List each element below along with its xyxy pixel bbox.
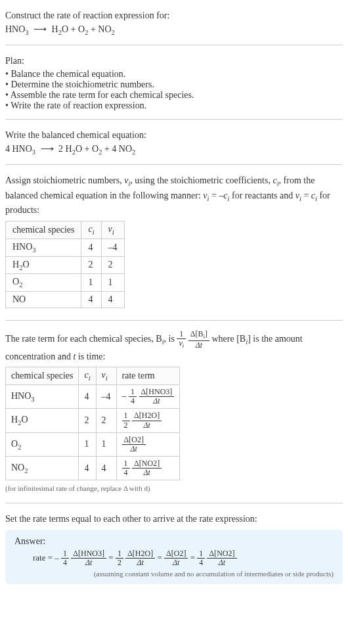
reaction-arrow: ⟶ [38,144,56,154]
table-row: HNO3 4 –4 [6,239,125,256]
balanced-no2: 4 NO [112,144,132,154]
delta-frac: Δ[HNO3]Δt [139,388,175,405]
col-nui: νi [101,221,124,239]
table-row: HNO3 4 –4 – 14 Δ[HNO3]Δt [6,384,180,408]
species-sub: 2 [18,443,21,450]
frac-den: 2 [122,421,130,430]
species-cell: O2 [6,432,79,456]
eq-text: = [301,191,311,200]
balanced-section: Write the balanced chemical equation: 4 … [5,125,343,159]
product-no2-sub: 2 [112,28,115,35]
frac-den: Δt [164,559,188,567]
col-rate: rate term [116,367,180,385]
frac-den: Δt [132,421,162,430]
coef-frac: 14 [197,549,205,567]
plus: + [88,24,98,34]
nui-cell: 2 [96,409,116,432]
equals: = [190,553,198,563]
species-tail: O [22,260,29,269]
frac-den: Δt [188,341,209,350]
frac-den: 4 [129,397,137,405]
frac-num: 1 [122,411,130,421]
nui-cell: –4 [96,384,116,408]
eq-text: = – [209,191,223,200]
frac-num: Δ[O2] [122,436,146,445]
col-species: chemical species [6,367,79,385]
species-cell: NO2 [6,457,79,480]
frac-num: Δ[Bi] [188,330,209,341]
product-h2o-tail: O [62,24,68,34]
product-h2o: H [52,24,58,34]
coef-frac: 14 [122,459,130,477]
rateterm-intro-text: The rate term for each chemical species,… [5,330,343,363]
i-sub: i [106,375,108,382]
coef-frac: 12 [116,549,123,567]
stoich-intro-text: Assign stoichiometric numbers, νi, using… [5,174,343,217]
ci-cell: 1 [79,432,96,456]
frac-num: 1 [129,388,137,397]
species-text: O [12,277,19,287]
divider [5,503,343,503]
frac-num: Δ[HNO3] [139,388,175,397]
final-section: Set the rate terms equal to each other t… [5,509,343,587]
sign: – [122,391,127,401]
divider [5,320,343,321]
i-sub: i [183,343,185,350]
intro-section: Construct the rate of reaction expressio… [5,5,343,39]
reaction-arrow: ⟶ [31,24,49,34]
i-sub: i [112,229,114,236]
nui-cell: –4 [101,239,124,256]
plan-title: Plan: [5,55,343,68]
species-cell: HNO3 [6,384,79,408]
frac-den: Δt [132,469,162,477]
plus: + [102,144,112,154]
equals: = [157,553,164,563]
frac-den: Δt [71,559,106,567]
final-title: Set the rate terms equal to each other t… [5,513,343,526]
balanced-no2-sub: 2 [132,148,135,155]
species-sub: 3 [31,396,34,403]
table-row: O2 1 1 [6,274,125,292]
text: Assign stoichiometric numbers, [5,175,124,185]
divider [5,119,343,120]
frac-num: Δ[NO2] [207,549,236,559]
ci-cell: 4 [81,292,101,308]
ci-cell: 4 [79,457,96,480]
col-ci: ci [79,367,96,385]
infinitesimal-note: (for infinitesimal rate of change, repla… [5,484,343,492]
rate-cell: 12 Δ[H2O]Δt [116,409,180,432]
table-row: NO2 4 4 14 Δ[NO2]Δt [6,457,180,480]
text: The rate term for each chemical species,… [5,334,162,344]
reactant: HNO [5,24,25,34]
coef-frac: 14 [61,549,69,567]
ci-cell: 4 [81,239,101,256]
balanced-reactant: 4 HNO [5,144,32,154]
answer-label: Answer: [14,536,334,547]
unbalanced-equation: HNO3 ⟶ H2O + O2 + NO2 [5,24,343,36]
rate-text: rate = [33,553,54,563]
text: is time: [76,352,105,361]
answer-note: (assuming constant volume and no accumul… [14,570,334,578]
delta-frac: Δ[HNO3]Δt [71,549,106,567]
col-species: chemical species [6,221,81,239]
species-sub: 2 [24,467,28,474]
frac-num: 1 [61,549,69,559]
species-text: H [12,260,19,269]
table-row: H2O 2 2 12 Δ[H2O]Δt [6,409,180,432]
species-text: HNO [12,242,32,252]
frac-den: 4 [122,469,130,477]
i-sub: i [93,229,95,236]
answer-equation: rate = – 14 Δ[HNO3]Δt = 12 Δ[H2O]Δt = Δ[… [14,549,334,567]
plan-item: Assemble the rate term for each chemical… [5,90,343,101]
frac-den: Δt [125,559,155,567]
nui-cell: 4 [101,292,124,308]
table-row: O2 1 1 Δ[O2]Δt [6,432,180,456]
col-ci: ci [81,221,101,239]
frac-1-over-nu: 1 νi [177,330,186,350]
frac-den: Δt [122,445,146,453]
ci-cell: 1 [81,274,101,292]
frac-num: Δ[NO2] [132,459,162,469]
coef-frac: 12 [122,411,130,429]
frac-num: Δ[H2O] [132,411,162,421]
plan-list: Balance the chemical equation. Determine… [5,69,343,111]
